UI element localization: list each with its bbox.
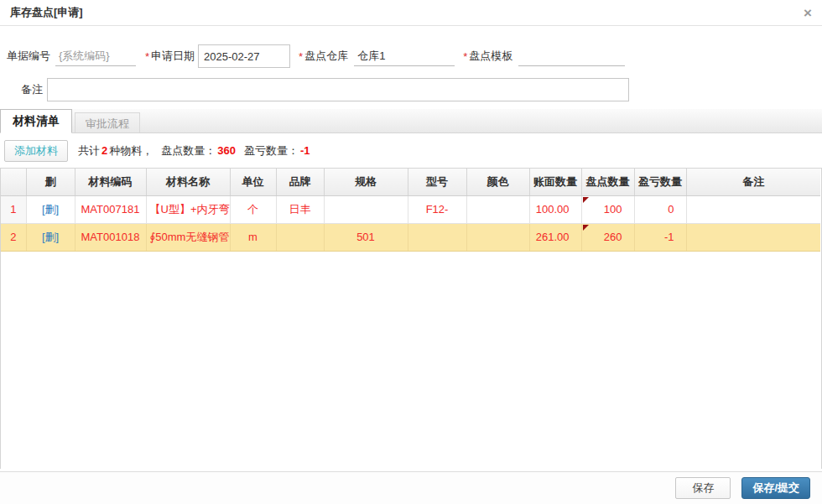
cell-model: F12- — [408, 195, 466, 223]
cell-unit: 个 — [230, 195, 276, 223]
tab-material-list[interactable]: 材料清单 — [0, 109, 72, 133]
remark-input[interactable] — [47, 78, 629, 101]
cell-diff-qty: -1 — [634, 223, 686, 251]
cell-code: MAT001018 — [75, 223, 146, 251]
cell-index: 2 — [1, 223, 26, 251]
cell-book-qty: 100.00 — [529, 195, 581, 223]
required-asterisk: * — [463, 50, 467, 63]
modified-flag-icon — [583, 197, 589, 203]
dialog-title: 库存盘点[申请] — [10, 5, 83, 20]
materials-table-container: 删 材料编码 材料名称 单位 品牌 规格 型号 颜色 账面数量 盘点数量 盈亏数… — [0, 168, 822, 469]
table-header-row: 删 材料编码 材料名称 单位 品牌 规格 型号 颜色 账面数量 盘点数量 盈亏数… — [1, 169, 820, 195]
template-label: 盘点模板 — [469, 49, 512, 64]
dialog-footer: 保存 保存/提交 — [0, 471, 822, 504]
summary-count: 2 — [101, 144, 107, 157]
warehouse-field[interactable]: 仓库1 — [354, 46, 455, 66]
save-submit-button[interactable]: 保存/提交 — [741, 477, 810, 499]
col-header-color: 颜色 — [466, 169, 529, 195]
col-header-diff-qty: 盈亏数量 — [634, 169, 686, 195]
summary-diff: -1 — [300, 144, 310, 157]
delete-link[interactable]: [删] — [42, 203, 59, 216]
save-button[interactable]: 保存 — [675, 477, 731, 499]
table-row[interactable]: 2 [删] MAT001018 ∮50mm无缝钢管 m 501 261.00 2… — [1, 223, 820, 251]
col-header-remark: 备注 — [686, 169, 820, 195]
template-field[interactable] — [518, 46, 625, 66]
col-header-unit: 单位 — [230, 169, 276, 195]
cell-book-qty: 261.00 — [529, 223, 581, 251]
cell-color — [466, 195, 529, 223]
doc-no-field: {系统编码} — [55, 46, 136, 66]
cell-count-qty[interactable]: 260 — [581, 223, 634, 251]
col-header-book-qty: 账面数量 — [529, 169, 581, 195]
required-asterisk: * — [145, 50, 149, 63]
cell-unit: m — [230, 223, 276, 251]
date-label: 申请日期 — [151, 49, 195, 64]
close-icon[interactable]: × — [804, 6, 812, 20]
cell-color — [466, 223, 529, 251]
cell-model — [408, 223, 466, 251]
add-material-button[interactable]: 添加材料 — [4, 140, 68, 162]
cell-brand — [276, 223, 324, 251]
table-toolbar: 添加材料 共计2种物料，盘点数量：360盈亏数量：-1 — [0, 133, 822, 168]
summary-total-label: 盘点数量： — [161, 144, 216, 157]
col-header-code: 材料编码 — [75, 169, 146, 195]
summary-text: 共计2种物料，盘点数量：360盈亏数量：-1 — [78, 143, 312, 158]
tab-bar: 材料清单 审批流程 — [0, 109, 822, 133]
delete-link[interactable]: [删] — [42, 231, 59, 243]
cell-remark — [686, 195, 820, 223]
modified-flag-icon — [583, 225, 589, 231]
cell-spec — [324, 195, 408, 223]
remark-label: 备注 — [0, 82, 47, 97]
col-header-model: 型号 — [408, 169, 466, 195]
form-row: 单据编号 {系统编码} * 申请日期 * 盘点仓库 仓库1 * 盘点模板 — [7, 44, 822, 69]
warehouse-label: 盘点仓库 — [304, 49, 348, 64]
col-header-index — [1, 169, 26, 195]
cell-delete: [删] — [26, 223, 75, 251]
col-header-spec: 规格 — [324, 169, 408, 195]
col-header-delete: 删 — [26, 169, 75, 195]
cell-remark — [686, 223, 820, 251]
cell-index: 1 — [1, 195, 26, 223]
cell-name: ∮50mm无缝钢管 — [146, 223, 230, 251]
cell-diff-qty: 0 — [634, 195, 686, 223]
tab-approval-flow[interactable]: 审批流程 — [75, 112, 140, 132]
remark-row: 备注 — [0, 77, 822, 102]
cell-code: MAT007181 — [75, 195, 146, 223]
cell-spec: 501 — [324, 223, 408, 251]
doc-no-label: 单据编号 — [7, 49, 50, 64]
cell-delete: [删] — [26, 195, 75, 223]
col-header-brand: 品牌 — [276, 169, 324, 195]
table-row[interactable]: 1 [删] MAT007181 【U型】+内牙弯 个 日丰 F12- 100.0… — [1, 195, 820, 223]
inventory-count-dialog: 库存盘点[申请] × 单据编号 {系统编码} * 申请日期 * 盘点仓库 仓库1… — [0, 0, 822, 504]
required-asterisk: * — [299, 50, 303, 63]
summary-mid: 种物料， — [109, 144, 153, 157]
dialog-titlebar: 库存盘点[申请] × — [0, 0, 822, 26]
cell-name: 【U型】+内牙弯 — [146, 195, 230, 223]
col-header-count-qty: 盘点数量 — [581, 169, 634, 195]
col-header-name: 材料名称 — [146, 169, 230, 195]
date-input[interactable] — [198, 44, 290, 68]
summary-total: 360 — [217, 144, 236, 157]
summary-diff-label: 盈亏数量： — [244, 144, 299, 157]
summary-prefix: 共计 — [78, 144, 100, 157]
cell-count-qty[interactable]: 100 — [581, 195, 634, 223]
cell-brand: 日丰 — [276, 195, 324, 223]
materials-table: 删 材料编码 材料名称 单位 品牌 规格 型号 颜色 账面数量 盘点数量 盈亏数… — [1, 169, 820, 252]
